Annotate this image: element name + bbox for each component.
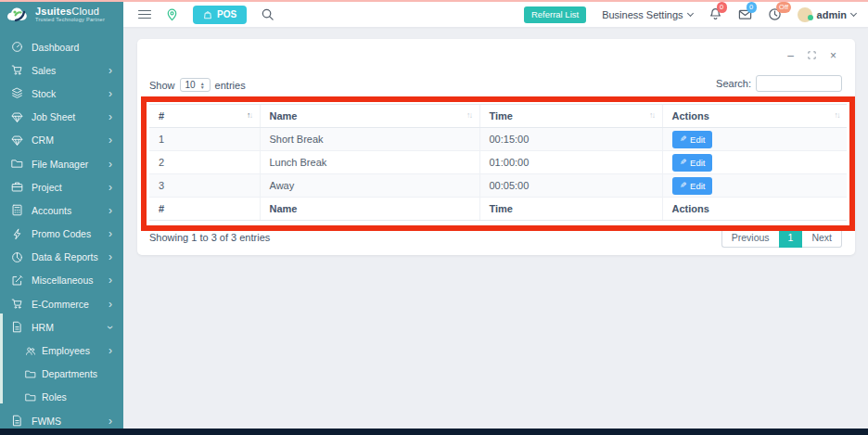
sidebar-nav: Dashboard Sales › Stock › Job Sheet › CR… (0, 35, 123, 432)
column-header-num[interactable]: # ↑↓ (149, 105, 260, 128)
page-1-button[interactable]: 1 (779, 227, 803, 248)
edit-button[interactable]: ✎Edit (672, 154, 713, 172)
sidebar-item-stock[interactable]: Stock › (0, 82, 123, 105)
minimize-icon[interactable]: – (787, 51, 794, 60)
sidebar-item-label: Employees (42, 345, 90, 356)
folder-icon (25, 391, 36, 403)
sidebar-item-crm[interactable]: CRM › (0, 129, 123, 152)
sidebar-item-label: Departments (42, 368, 97, 379)
sidebar-item-hrm[interactable]: HRM › (0, 315, 123, 339)
gauge-icon (11, 41, 23, 53)
table-row: 3 Away 00:05:00 ✎Edit (149, 174, 847, 198)
cell-time: 00:15:00 (479, 128, 662, 151)
footer-header-actions: Actions (662, 198, 847, 221)
sidebar-item-file-manager[interactable]: File Manager › (0, 152, 123, 175)
sort-icon[interactable]: ↑↓ (835, 110, 840, 120)
sidebar-item-job-sheet[interactable]: Job Sheet › (0, 106, 123, 129)
layers-icon (11, 87, 23, 99)
cell-time: 01:00:00 (479, 151, 662, 174)
edit-button[interactable]: ✎Edit (672, 177, 713, 195)
pencil-square-icon (11, 275, 23, 287)
sidebar-item-label: Sales (32, 65, 56, 76)
chevron-right-icon: › (108, 183, 112, 192)
sidebar-item-data-reports[interactable]: Data & Reports › (0, 246, 123, 269)
maximize-icon[interactable] (808, 51, 816, 60)
sidebar-item-label: Data & Reports (32, 251, 98, 262)
admin-dropdown[interactable]: admin (798, 7, 856, 22)
pos-button[interactable]: POS (193, 6, 247, 24)
sidebar-item-dashboard[interactable]: Dashboard (0, 35, 123, 58)
sidebar-item-label: File Manager (32, 159, 88, 170)
table-search-input[interactable] (756, 75, 842, 92)
cell-name: Lunch Break (260, 151, 479, 174)
entries-label: entries (215, 80, 246, 91)
notifications-bell[interactable]: 0 (708, 7, 722, 21)
sidebar-item-departments[interactable]: Departments (0, 363, 123, 386)
table-controls: Show 10 ▲▼ entries Search: (149, 75, 842, 92)
chevron-right-icon: › (108, 300, 112, 309)
sidebar-item-employees[interactable]: Employees › (0, 339, 123, 362)
footer-header-time: Time (479, 198, 662, 221)
close-icon[interactable]: × (830, 51, 836, 60)
chevron-down-icon (687, 9, 694, 16)
cart-icon (11, 298, 23, 310)
sidebar-item-project[interactable]: Project › (0, 175, 123, 198)
sidebar-item-label: Project (32, 182, 62, 193)
search-label: Search: (716, 78, 751, 89)
sidebar-item-label: Job Sheet (32, 111, 75, 122)
table-row: 1 Short Break 00:15:00 ✎Edit (149, 128, 847, 151)
messages-badge: 0 (747, 2, 757, 13)
sidebar-item-label: HRM (32, 322, 54, 333)
people-icon (25, 345, 36, 356)
sidebar-item-promo-codes[interactable]: Promo Codes › (0, 223, 123, 246)
chevron-right-icon: › (108, 275, 112, 285)
cell-num: 1 (149, 128, 260, 151)
sidebar-item-ecommerce[interactable]: E-Commerce › (0, 292, 123, 315)
breaks-card: – × Show 10 ▲▼ entries Search: (137, 39, 855, 255)
cart-icon (11, 64, 23, 76)
sidebar-item-sales[interactable]: Sales › (0, 58, 123, 82)
chevron-right-icon: › (108, 160, 112, 169)
column-header-actions[interactable]: Actions ↑↓ (662, 105, 847, 128)
brand-tagline: Trusted Technology Partner (35, 17, 105, 22)
gem-icon (11, 134, 23, 147)
table-header-row: # ↑↓ Name ↑↓ Time ↑↓ Actions ↑↓ (149, 105, 847, 128)
page-size-select[interactable]: 10 ▲▼ (180, 78, 211, 92)
document-icon (11, 415, 23, 427)
document-icon (11, 321, 23, 333)
column-header-time[interactable]: Time ↑↓ (479, 105, 662, 128)
show-label: Show (149, 80, 175, 91)
bag-icon (203, 10, 212, 19)
column-header-name[interactable]: Name ↑↓ (260, 105, 479, 128)
sidebar-item-miscellaneous[interactable]: Miscellaneous › (0, 269, 123, 292)
sort-icon[interactable]: ↑↓ (247, 110, 252, 120)
referral-list-button[interactable]: Referral List (524, 6, 586, 23)
sort-icon[interactable]: ↑↓ (649, 110, 655, 120)
location-pin-icon[interactable] (165, 7, 179, 21)
messages[interactable]: 0 (738, 7, 752, 21)
notifications-badge: 0 (717, 2, 727, 13)
previous-page-button[interactable]: Previous (721, 227, 779, 248)
menu-toggle-icon[interactable] (138, 10, 151, 19)
clock-status[interactable]: Off (768, 7, 782, 21)
sidebar-item-accounts[interactable]: Accounts › (0, 198, 123, 222)
entries-info: Showing 1 to 3 of 3 entries (149, 232, 270, 243)
chevron-right-icon: › (108, 112, 112, 122)
brand-logo[interactable]: JsuitesCloud Trusted Technology Partner (0, 0, 123, 29)
edit-button[interactable]: ✎Edit (672, 131, 713, 148)
next-page-button[interactable]: Next (802, 227, 842, 248)
sidebar-item-roles[interactable]: Roles (0, 386, 123, 409)
brand-name: JsuitesCloud (35, 6, 105, 17)
breaks-table: # ↑↓ Name ↑↓ Time ↑↓ Actions ↑↓ 1 Short … (149, 104, 847, 221)
sidebar-item-label: FWMS (32, 416, 61, 427)
sort-icon[interactable]: ↑↓ (466, 110, 472, 120)
pencil-icon: ✎ (680, 181, 687, 190)
search-icon[interactable] (261, 7, 274, 21)
chevron-right-icon: › (108, 229, 112, 238)
cloud-logo-icon (6, 6, 31, 23)
table-footer-row: # Name Time Actions (149, 198, 847, 221)
cell-name: Short Break (260, 128, 479, 151)
chevron-right-icon: › (108, 89, 112, 98)
cell-name: Away (260, 174, 479, 198)
business-settings-dropdown[interactable]: Business Settings (602, 9, 692, 20)
